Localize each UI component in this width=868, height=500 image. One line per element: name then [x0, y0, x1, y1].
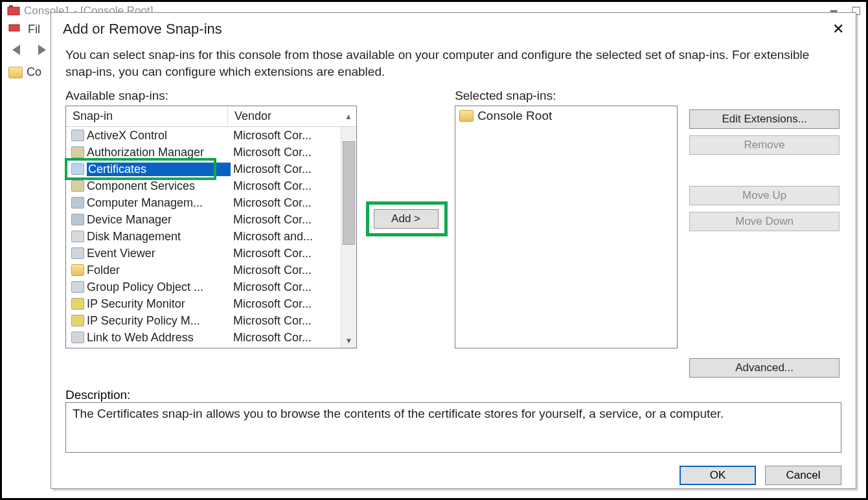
snapin-vendor: Microsoft Cor... — [231, 280, 341, 294]
snapin-row[interactable]: Disk ManagementMicrosoft and... — [66, 228, 341, 245]
col-vendor[interactable]: Vendor — [228, 106, 341, 126]
snapin-vendor: Microsoft Cor... — [231, 179, 341, 193]
app-icon — [7, 5, 20, 17]
scroll-down-icon[interactable]: ▼ — [341, 334, 356, 348]
dialog-intro: You can select snap-ins for this console… — [65, 47, 836, 80]
snapin-row[interactable]: Link to Web AddressMicrosoft Cor... — [66, 329, 341, 346]
snapin-row[interactable]: IP Security MonitorMicrosoft Cor... — [66, 295, 341, 312]
snapin-row[interactable]: Authorization ManagerMicrosoft Cor... — [66, 144, 341, 161]
description-box: The Certificates snap-in allows you to b… — [65, 402, 841, 453]
move-down-button[interactable]: Move Down — [689, 212, 839, 231]
available-snapins-list[interactable]: Snap-in Vendor ▲ ActiveX ControlMicrosof… — [65, 106, 357, 348]
snapin-name: Event Viewer — [87, 247, 231, 260]
cancel-button[interactable]: Cancel — [765, 466, 841, 485]
folder-icon — [8, 67, 23, 78]
snapin-vendor: Microsoft Cor... — [231, 264, 341, 277]
folder-icon — [459, 110, 474, 122]
ok-button[interactable]: OK — [680, 466, 756, 485]
snapin-row[interactable]: Group Policy Object ...Microsoft Cor... — [66, 278, 341, 295]
snapin-icon — [71, 264, 84, 276]
scrollbar[interactable]: ▼ — [341, 127, 356, 348]
snapin-name: Group Policy Object ... — [87, 280, 231, 294]
snapin-icon — [71, 146, 84, 158]
snapin-row[interactable]: ActiveX ControlMicrosoft Cor... — [66, 127, 341, 144]
snapin-row[interactable]: Event ViewerMicrosoft Cor... — [66, 245, 341, 262]
selected-label: Selected snap-ins: — [455, 89, 678, 103]
dialog-title: Add or Remove Snap-ins — [63, 21, 222, 38]
snapin-vendor: Microsoft Cor... — [231, 146, 341, 159]
snapin-vendor: Microsoft Cor... — [231, 196, 341, 210]
description-text: The Certificates snap-in allows you to b… — [73, 407, 724, 420]
snapin-row[interactable]: Computer Managem...Microsoft Cor... — [66, 194, 341, 211]
snapin-name: IP Security Monitor — [87, 297, 231, 311]
back-icon[interactable] — [8, 40, 28, 60]
snapin-name: Disk Management — [87, 230, 231, 244]
snapin-row[interactable]: FolderMicrosoft Cor... — [66, 262, 341, 278]
snapin-icon — [71, 332, 84, 343]
svg-rect-2 — [9, 25, 19, 31]
edit-extensions-button[interactable]: Edit Extensions... — [689, 109, 839, 129]
available-label: Available snap-ins: — [65, 89, 357, 103]
menu-file[interactable]: Fil — [28, 23, 40, 36]
snapin-row[interactable]: IP Security Policy M...Microsoft Cor... — [66, 312, 341, 329]
remove-button[interactable]: Remove — [689, 135, 839, 155]
selected-snapins-tree[interactable]: Console Root — [455, 106, 678, 348]
snapin-icon — [71, 214, 84, 225]
snapin-icon — [71, 298, 84, 310]
dialog-actions: OK Cancel — [65, 466, 844, 485]
snapin-name: ActiveX Control — [87, 129, 231, 142]
snapin-vendor: Microsoft Cor... — [231, 213, 341, 227]
snapin-name: Component Services — [87, 179, 231, 193]
snapin-row[interactable]: Component ServicesMicrosoft Cor... — [66, 177, 341, 194]
svg-rect-1 — [9, 5, 13, 8]
snapin-icon — [71, 315, 84, 326]
snapin-icon — [71, 163, 84, 175]
dialog-titlebar: Add or Remove Snap-ins ✕ — [51, 13, 856, 41]
snapin-name: IP Security Policy M... — [87, 314, 231, 328]
description-label: Description: — [65, 388, 844, 402]
snapin-name: Link to Web Address — [87, 331, 231, 345]
snapin-name: Computer Managem... — [87, 196, 231, 210]
snapin-icon — [71, 197, 84, 209]
snapin-vendor: Microsoft Cor... — [231, 297, 341, 311]
snapin-name: Device Manager — [87, 213, 231, 227]
snapin-row[interactable]: CertificatesMicrosoft Cor... — [66, 161, 341, 177]
tree-root-label: Co — [27, 65, 41, 79]
available-header: Snap-in Vendor ▲ — [66, 106, 356, 127]
add-remove-snapins-dialog: Add or Remove Snap-ins ✕ You can select … — [51, 12, 856, 489]
advanced-button[interactable]: Advanced... — [689, 358, 839, 378]
close-icon[interactable]: ✕ — [828, 19, 848, 39]
snapin-icon — [71, 247, 84, 259]
snapin-vendor: Microsoft Cor... — [231, 247, 341, 260]
selected-root-label: Console Root — [477, 109, 552, 123]
move-up-button[interactable]: Move Up — [689, 186, 839, 205]
selected-root-item[interactable]: Console Root — [459, 109, 673, 123]
snapin-vendor: Microsoft Cor... — [231, 163, 341, 176]
snapin-icon — [71, 130, 84, 141]
snapin-vendor: Microsoft and... — [231, 230, 341, 244]
snapin-vendor: Microsoft Cor... — [231, 129, 341, 142]
snapin-name: Certificates — [87, 163, 231, 176]
snapin-name: Authorization Manager — [87, 146, 231, 159]
snapin-icon — [71, 281, 84, 293]
snapin-row[interactable]: Device ManagerMicrosoft Cor... — [66, 211, 341, 228]
scroll-up-icon[interactable]: ▲ — [341, 106, 356, 126]
col-snapin[interactable]: Snap-in — [66, 106, 228, 126]
snapin-name: Folder — [87, 264, 231, 277]
scrollbar-thumb[interactable] — [343, 141, 355, 245]
app-icon-small — [8, 22, 20, 37]
snapin-icon — [71, 231, 84, 242]
snapin-vendor: Microsoft Cor... — [231, 314, 341, 328]
svg-rect-0 — [8, 7, 19, 15]
snapin-icon — [71, 180, 84, 192]
add-button[interactable]: Add > — [374, 209, 439, 229]
snapin-vendor: Microsoft Cor... — [231, 331, 341, 345]
